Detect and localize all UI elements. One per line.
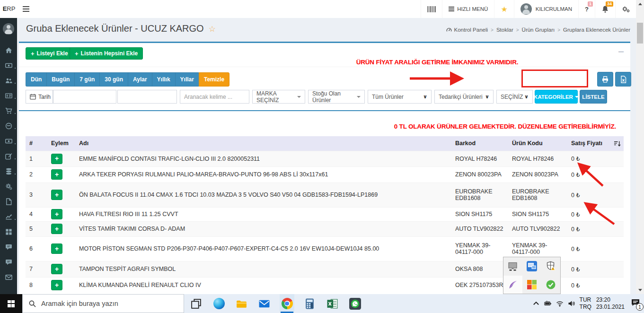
chevron-down-icon bbox=[524, 94, 529, 100]
scroll-down-button[interactable] bbox=[636, 286, 644, 294]
sidebar-item-users[interactable] bbox=[0, 73, 17, 88]
sidebar-item-comment[interactable] bbox=[0, 239, 17, 254]
help-button[interactable]: ? 1 bbox=[578, 0, 595, 18]
check-icon bbox=[546, 279, 556, 290]
date-filter-button[interactable]: Yıllık bbox=[152, 72, 175, 87]
clear-filter-button[interactable]: Temizle bbox=[199, 72, 229, 87]
date-filter-button[interactable]: 30 gün bbox=[99, 72, 128, 87]
taskbar-app-whatsapp[interactable] bbox=[348, 294, 362, 313]
add-product-button[interactable]: + bbox=[51, 280, 62, 290]
filter-select-5[interactable]: SEÇİNİZ bbox=[496, 90, 533, 104]
add-product-button[interactable]: + bbox=[51, 209, 62, 219]
sidebar-item-money[interactable] bbox=[0, 58, 17, 73]
taskbar-app-task-view[interactable] bbox=[189, 294, 203, 313]
sidebar-item-cart[interactable] bbox=[0, 103, 17, 118]
header-sale-price[interactable]: Satış Fiyatı bbox=[567, 136, 613, 151]
add-product-button[interactable]: + bbox=[51, 154, 62, 164]
speaker-icon[interactable] bbox=[568, 300, 575, 307]
taskbar-app-mail[interactable] bbox=[257, 294, 272, 313]
settings-button[interactable] bbox=[615, 0, 636, 18]
taskbar-app-chrome[interactable] bbox=[280, 294, 294, 313]
export-excel-button[interactable] bbox=[615, 72, 631, 87]
quick-menu-button[interactable]: HIZLI MENÜ bbox=[442, 0, 494, 18]
date-filter-button[interactable]: Bugün bbox=[46, 72, 74, 87]
sidebar-item-comment[interactable] bbox=[0, 254, 17, 270]
header-barcode[interactable]: Barkod bbox=[451, 136, 508, 151]
sidebar-item-cogs[interactable] bbox=[0, 179, 17, 194]
tray-popup-feather-icon[interactable] bbox=[503, 276, 522, 294]
scroll-up-button[interactable] bbox=[636, 0, 644, 8]
date-filter-button[interactable]: Dün bbox=[26, 72, 46, 87]
date-from-field[interactable] bbox=[57, 90, 112, 103]
sidebar-item-database[interactable] bbox=[0, 164, 17, 179]
add-all-button[interactable]: Listenin Hepsini Ekle bbox=[70, 47, 143, 60]
app-logo[interactable]: ERP bbox=[0, 0, 18, 18]
clock-language[interactable]: TURTRQ 23:2023.01.2021 bbox=[580, 296, 625, 311]
add-list-button[interactable]: Listeyi Ekle bbox=[26, 47, 73, 60]
filter-select-1[interactable]: MARKA SEÇİNİZ bbox=[252, 90, 305, 104]
battery-icon[interactable] bbox=[544, 300, 552, 307]
sidebar-toggle-icon[interactable] bbox=[20, 0, 32, 18]
add-product-button[interactable]: + bbox=[51, 243, 62, 254]
add-product-button[interactable]: + bbox=[51, 264, 62, 274]
notifications-button[interactable]: 34 bbox=[595, 0, 615, 18]
sidebar-item-file[interactable] bbox=[0, 194, 17, 209]
taskbar-app-edge[interactable] bbox=[212, 294, 226, 313]
product-barcode: ZENON 80023PA bbox=[451, 166, 508, 183]
action-center-button[interactable]: 1 bbox=[631, 298, 640, 309]
sidebar-item-money[interactable] bbox=[0, 133, 17, 148]
breadcrumb-item[interactable]: Stoklar bbox=[496, 27, 513, 33]
breadcrumb: Kontrol Paneli>Stoklar>Ürün Grupları>Gru… bbox=[446, 27, 630, 33]
select-value: SEÇİNİZ bbox=[501, 94, 523, 100]
sidebar-user-avatar[interactable] bbox=[0, 18, 17, 40]
header-index[interactable]: # bbox=[26, 136, 47, 151]
start-button[interactable] bbox=[0, 294, 22, 313]
user-menu[interactable]: KILICRULMAN bbox=[514, 0, 578, 18]
filter-select-3[interactable]: Tüm Ürünler bbox=[368, 90, 432, 104]
date-filter-button[interactable]: Yıllar bbox=[175, 72, 199, 87]
taskbar-app-calculator[interactable] bbox=[302, 294, 317, 313]
list-button[interactable]: LİSTELE bbox=[580, 90, 607, 104]
sidebar-item-handshake[interactable] bbox=[0, 118, 17, 133]
sidebar-item-id-card[interactable] bbox=[0, 88, 17, 103]
header-name[interactable]: Adı bbox=[75, 136, 451, 151]
print-button[interactable] bbox=[597, 72, 613, 87]
panel-collapse-button[interactable] bbox=[618, 47, 624, 55]
taskbar-app-file-explorer[interactable] bbox=[234, 294, 249, 313]
sort-icon[interactable] bbox=[614, 140, 623, 147]
sidebar-item-chart[interactable] bbox=[0, 209, 17, 224]
taskbar-app-excel[interactable] bbox=[325, 294, 340, 313]
date-filter-button[interactable]: 7 gün bbox=[74, 72, 99, 87]
sidebar-item-envelope[interactable] bbox=[0, 270, 17, 285]
sidebar-item-grid[interactable] bbox=[0, 224, 17, 239]
scrollbar-thumb[interactable] bbox=[637, 23, 643, 43]
taskbar-search-input[interactable] bbox=[41, 300, 178, 307]
categories-button[interactable]: KATEGORİLER bbox=[535, 90, 578, 104]
add-product-button[interactable]: + bbox=[51, 224, 62, 234]
tray-popup-shield-warning-icon[interactable] bbox=[541, 257, 560, 276]
table-row: 1+EMME MANİFOLD CONTASI TRAFIC-LGN-CLIO … bbox=[26, 151, 624, 166]
filter-select-4[interactable]: Tedarikçi Ürünleri bbox=[434, 90, 494, 104]
tray-popup-network-icon[interactable] bbox=[522, 257, 541, 276]
date-filter-button[interactable]: Aylar bbox=[128, 72, 152, 87]
header-product-code[interactable]: Ürün Kodu bbox=[508, 136, 567, 151]
favorites-star-button[interactable] bbox=[494, 0, 513, 18]
breadcrumb-item[interactable]: Ürün Grupları bbox=[522, 27, 555, 33]
sidebar-item-home[interactable] bbox=[0, 43, 17, 58]
chevron-up-icon[interactable] bbox=[532, 300, 540, 307]
wifi-icon[interactable] bbox=[556, 300, 564, 307]
add-product-button[interactable]: + bbox=[51, 169, 62, 180]
header-action[interactable]: Eylem bbox=[47, 136, 75, 151]
breadcrumb-item[interactable]: Kontrol Paneli bbox=[446, 27, 488, 33]
tray-popup-check-icon[interactable] bbox=[541, 276, 560, 294]
barcode-icon[interactable] bbox=[421, 0, 442, 18]
date-to-field[interactable] bbox=[122, 90, 173, 103]
tray-popup-avg-icon[interactable] bbox=[522, 276, 541, 294]
tray-popup-display-icon[interactable] bbox=[503, 257, 522, 276]
favorite-star-icon[interactable] bbox=[209, 25, 216, 34]
breadcrumb-label: Kontrol Paneli bbox=[454, 27, 488, 33]
add-product-button[interactable]: + bbox=[51, 190, 62, 200]
sidebar-item-edit[interactable] bbox=[0, 148, 17, 164]
filter-select-2[interactable]: Stoğu Olan Ürünler bbox=[308, 90, 365, 104]
keyword-search-field[interactable] bbox=[180, 90, 249, 103]
